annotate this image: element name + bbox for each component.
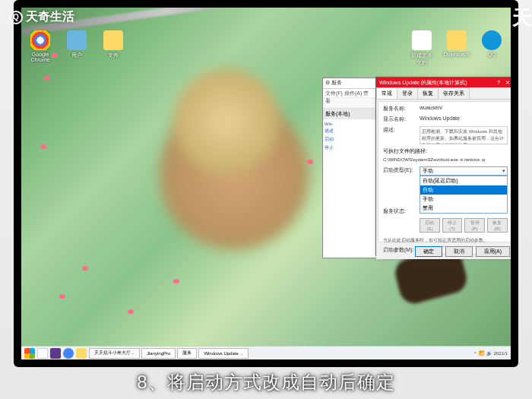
user-icon xyxy=(67,30,87,50)
stop-button[interactable]: 停止(T) xyxy=(442,218,462,233)
volume-icon[interactable]: 🔊 xyxy=(486,350,492,356)
icon-label: QQ xyxy=(488,52,496,57)
status-label: 服务状态: xyxy=(383,207,420,215)
desktop-screen: Google Chrome 用户 文件 新建文本文档 Downloads QQ … xyxy=(21,8,511,359)
icon-label: Downloads xyxy=(444,52,470,57)
services-body: Win 描述 启动 停止 xyxy=(323,119,376,256)
window-title: 服务 xyxy=(331,80,342,85)
service-name-label: 服务名称: xyxy=(383,105,420,112)
logo-text: 天奇生活 xyxy=(26,9,74,25)
petal-icon xyxy=(40,144,46,149)
petal-icon xyxy=(173,279,179,283)
properties-dialog: Windows Update 的属性(本地计算机) ? ✕ 常规 登录 恢复 依… xyxy=(375,77,511,256)
cancel-button[interactable]: 取消 xyxy=(445,246,473,257)
monitor-frame: Google Chrome 用户 文件 新建文本文档 Downloads QQ … xyxy=(14,0,518,367)
path-label: 可执行文件的路径: xyxy=(383,147,508,155)
service-name-value: wuauserv xyxy=(420,105,442,110)
search-icon[interactable] xyxy=(37,348,48,359)
dropdown-list: 自动(延迟启动) 自动 手动 禁用 xyxy=(420,176,508,214)
desktop-icon-downloads[interactable]: Downloads xyxy=(444,30,470,67)
tab-recovery[interactable]: 恢复 xyxy=(417,87,439,99)
taskbar-task[interactable]: 天天炫斗小米大厅... xyxy=(89,348,140,359)
petal-icon xyxy=(59,294,65,299)
desktop-icon-qq[interactable]: QQ xyxy=(479,30,505,67)
subtitle-caption: 8、将启动方式改成自动后确定 xyxy=(0,370,532,394)
hint-text: 当从此处启动服务时，你可指定所适用的启动参数。 xyxy=(383,237,508,244)
text-file-icon xyxy=(412,30,432,50)
service-link[interactable]: 描述 xyxy=(325,127,375,135)
taskbar-task[interactable]: Windows Update ... xyxy=(198,348,249,359)
dropdown-option[interactable]: 禁用 xyxy=(420,204,507,213)
chevron-up-icon[interactable]: ^ xyxy=(474,351,477,356)
dialog-titlebar[interactable]: Windows Update 的属性(本地计算机) ? ✕ xyxy=(376,78,511,87)
taskbar-task[interactable]: 服务 xyxy=(177,348,197,359)
desktop-icon-txt[interactable]: 新建文本文档 xyxy=(409,30,435,67)
folder-icon xyxy=(103,30,123,50)
desktop-icon-user[interactable]: 用户 xyxy=(64,30,90,62)
icon-label: Google Chrome xyxy=(27,52,53,62)
service-control-buttons: 启动(S) 停止(T) 暂停(P) 恢复(R) xyxy=(420,218,508,233)
taskbar-app-icon[interactable] xyxy=(50,348,61,359)
tab-logon[interactable]: 登录 xyxy=(397,87,418,99)
dropdown-option-selected[interactable]: 自动 xyxy=(420,185,507,195)
clock[interactable]: 2021/1 xyxy=(494,351,508,356)
desc-textarea[interactable]: 启用检测、下载和安装 Windows 和其他程序的更新。如果此服务被禁用，这台计… xyxy=(420,126,508,144)
sidebar-header[interactable]: 服务(本地) xyxy=(323,109,376,119)
close-icon[interactable]: ✕ xyxy=(504,80,511,86)
display-name-value: Windows Update xyxy=(420,116,460,121)
service-link[interactable]: 启动 xyxy=(325,135,375,144)
icon-label: 用户 xyxy=(71,52,82,59)
wallpaper-shape xyxy=(173,68,280,175)
help-icon[interactable]: ? xyxy=(495,80,502,85)
tab-general[interactable]: 常规 xyxy=(376,87,397,99)
startup-type-label: 启动类型(E): xyxy=(383,166,420,174)
logo-icon: Q xyxy=(9,11,23,24)
desktop-icons-right: 新建文本文档 Downloads QQ xyxy=(409,30,505,67)
watermark-logo: Q 天奇生活 xyxy=(9,9,74,25)
desktop-icons-left: Google Chrome 用户 文件 xyxy=(27,30,126,62)
ok-button[interactable]: 确定 xyxy=(415,246,442,257)
petal-icon xyxy=(307,160,313,164)
wifi-icon[interactable]: 📶 xyxy=(479,350,484,356)
startup-type-dropdown[interactable]: 手动 自动(延迟启动) 自动 手动 禁用 xyxy=(420,166,508,176)
display-name-label: 显示名称: xyxy=(383,116,420,123)
petal-icon xyxy=(44,76,50,81)
side-watermark: 天 xyxy=(512,5,532,31)
service-link[interactable]: Win xyxy=(325,121,375,127)
dropdown-option[interactable]: 手动 xyxy=(420,195,507,204)
tab-depend[interactable]: 依存关系 xyxy=(438,87,470,99)
folder-icon[interactable] xyxy=(76,348,87,359)
dropdown-selected: 手动 xyxy=(423,167,433,175)
pause-button[interactable]: 暂停(P) xyxy=(464,218,485,233)
resume-button[interactable]: 恢复(R) xyxy=(487,218,508,233)
folder-icon xyxy=(447,30,467,50)
chrome-icon[interactable] xyxy=(63,348,74,359)
window-controls: ? ✕ xyxy=(495,80,511,86)
window-titlebar[interactable]: ⚙ 服务 xyxy=(323,78,376,89)
gear-icon: ⚙ xyxy=(325,80,330,85)
start-button[interactable]: 启动(S) xyxy=(420,218,440,233)
taskbar-task[interactable]: JianyingPro xyxy=(141,348,176,359)
qq-icon xyxy=(482,30,502,50)
desktop-icon-chrome[interactable]: Google Chrome xyxy=(27,30,53,62)
taskbar: 天天炫斗小米大厅... JianyingPro 服务 Windows Updat… xyxy=(21,346,511,359)
dialog-content: 服务名称: wuauserv 显示名称: Windows Update 描述: … xyxy=(378,101,511,242)
icon-label: 新建文本文档 xyxy=(409,52,435,67)
services-window[interactable]: ⚙ 服务 文件(F) 操作(A) 查看 服务(本地) Win 描述 启动 停止 xyxy=(322,78,377,258)
toolbar[interactable] xyxy=(323,98,376,109)
path-value: C:\WINDOWS\system32\svchost.exe -k netsv… xyxy=(383,157,508,162)
system-tray[interactable]: ^ 📶 🔊 2021/1 xyxy=(474,350,508,356)
icon-label: 文件 xyxy=(108,52,119,59)
start-button[interactable] xyxy=(24,348,35,359)
service-link[interactable]: 停止 xyxy=(325,144,375,152)
menubar[interactable]: 文件(F) 操作(A) 查看 xyxy=(323,89,376,98)
dialog-title: Windows Update 的属性(本地计算机) xyxy=(379,79,467,87)
dropdown-option[interactable]: 自动(延迟启动) xyxy=(420,176,507,185)
tab-bar: 常规 登录 恢复 依存关系 xyxy=(376,87,511,100)
petal-icon xyxy=(82,266,88,271)
desc-label: 描述: xyxy=(383,126,420,134)
petal-icon xyxy=(128,309,134,314)
apply-button[interactable]: 应用(A) xyxy=(476,246,510,257)
chrome-icon xyxy=(30,30,50,50)
desktop-icon-folder[interactable]: 文件 xyxy=(100,30,126,62)
